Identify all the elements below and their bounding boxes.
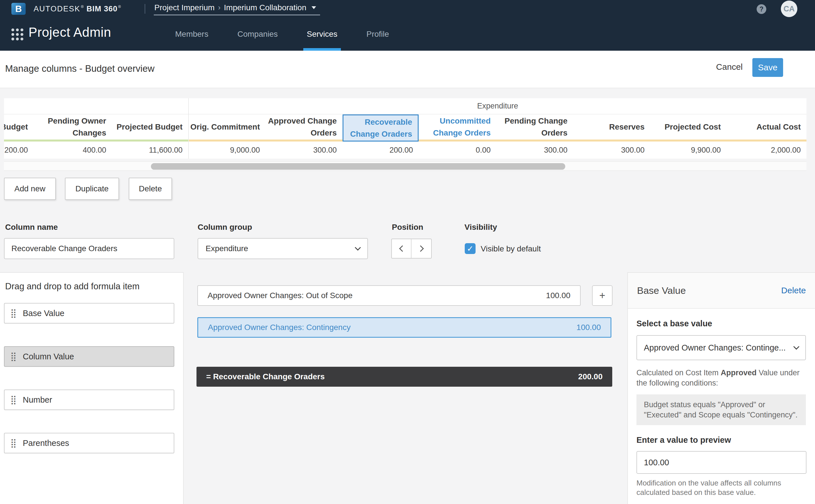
palette-item-parentheses[interactable]: ⣿ Parentheses (4, 433, 174, 453)
formula-row-out-of-scope[interactable]: Approved Owner Changes: Out of Scope 100… (197, 285, 581, 306)
column-name-input[interactable] (4, 238, 174, 259)
bim360-project-admin: B AUTODESK® BIM 360® Project Imperium › … (0, 0, 815, 504)
cell-value: 300.00 (573, 142, 650, 159)
formula-row-value: 100.00 (576, 323, 601, 332)
topbar-divider (145, 4, 145, 14)
visible-by-default-label: Visible by default (481, 244, 541, 253)
delete-button[interactable]: Delete (129, 178, 172, 200)
palette-item-column-value[interactable]: ⣿ Column Value (4, 346, 174, 367)
cell-value: 300.00 (266, 142, 343, 159)
cell-value: 11,600.00 (112, 142, 188, 159)
base-value-delete-link[interactable]: Delete (781, 286, 806, 295)
base-value-selected-option: Approved Owner Changes: Continge... (644, 343, 786, 353)
palette-item-label: Column Value (23, 352, 74, 361)
bim360-wordmark: BIM 360 (87, 5, 118, 13)
cell-value: ,200.00 (4, 142, 34, 159)
help-icon[interactable]: ? (757, 4, 766, 14)
column-header-budget[interactable]: Budget (4, 114, 34, 140)
cell-value: 400.00 (34, 142, 112, 159)
column-group-selected-value: Expenditure (206, 244, 248, 253)
chevron-down-icon (793, 343, 799, 349)
column-group-select[interactable]: Expenditure (198, 238, 368, 259)
save-button[interactable]: Save (752, 58, 783, 77)
column-header-reserves[interactable]: Reserves (573, 114, 650, 140)
table-horizontal-scrollbar-thumb[interactable] (151, 163, 565, 170)
group2-values-row: 9,000.00 300.00 200.00 0.00 300.00 300.0… (189, 142, 806, 159)
column-header-pending-change-orders[interactable]: Pending Change Orders (496, 114, 573, 140)
bim360-reg-mark: ® (118, 5, 121, 9)
preview-value-input[interactable] (636, 451, 806, 474)
base-value-description: Calculated on Cost Item Approved Value u… (636, 368, 806, 388)
position-right-button[interactable] (411, 239, 431, 258)
column-header-projected-cost[interactable]: Projected Cost (650, 114, 727, 140)
description-bold-word: Approved (721, 368, 757, 377)
group1-column-headers: Budget Pending Owner Changes Projected B… (4, 114, 188, 140)
base-value-select[interactable]: Approved Owner Changes: Continge... (636, 335, 806, 360)
bim360-logo-icon: B (11, 3, 26, 15)
drag-handle-icon: ⣿ (10, 396, 17, 404)
breadcrumb-current: Imperium Collaboration (224, 3, 306, 12)
autodesk-reg-mark: ® (81, 5, 84, 9)
page-title: Project Admin (28, 24, 111, 40)
drag-handle-icon: ⣿ (10, 309, 17, 317)
palette-item-number[interactable]: ⣿ Number (4, 390, 174, 410)
position-stepper (391, 239, 432, 259)
palette-item-label: Number (23, 395, 52, 405)
add-formula-row-button[interactable]: + (592, 285, 613, 306)
formula-result-row: = Recoverable Change Oraders 200.00 (196, 367, 612, 387)
palette-item-base-value[interactable]: ⣿ Base Value (4, 303, 174, 323)
column-header-projected-budget[interactable]: Projected Budget (112, 114, 188, 140)
group1-values-row: ,200.00 400.00 11,600.00 (4, 142, 188, 159)
tab-members[interactable]: Members (175, 18, 208, 51)
app-grid-icon[interactable] (11, 28, 23, 40)
table-group-2: Expenditure Orig. Commitment Approved Ch… (188, 98, 806, 159)
visible-by-default-checkbox[interactable]: ✓ (465, 243, 476, 254)
column-header-recoverable-change-oraders-selected[interactable]: Recoverable Change Oraders (343, 114, 419, 142)
column-header-uncommitted-change-orders[interactable]: Uncommitted Change Orders (419, 114, 496, 140)
column-header-pending-owner-changes[interactable]: Pending Owner Changes (34, 114, 112, 140)
column-header-actual-cost[interactable]: Actual Cost (726, 114, 806, 140)
base-value-title: Base Value (637, 285, 686, 296)
group1-header (4, 98, 188, 114)
manage-columns-title: Manage columns - Budget overview (5, 63, 155, 74)
column-name-label: Column name (5, 223, 58, 232)
caret-down-icon (312, 6, 316, 9)
add-new-button[interactable]: Add new (4, 178, 56, 200)
brand-text: AUTODESK® BIM 360® (34, 0, 124, 18)
group2-column-headers: Orig. Commitment Approved Change Orders … (189, 114, 806, 140)
position-label: Position (392, 223, 423, 232)
cell-value: 9,000.00 (189, 142, 266, 159)
base-value-condition-box: Budget status equals "Approved" or "Exec… (636, 394, 806, 425)
cell-value: 0.00 (419, 142, 496, 159)
palette-item-label: Parentheses (23, 439, 69, 448)
position-left-button[interactable] (392, 239, 411, 258)
avatar[interactable]: CA (781, 1, 797, 17)
cell-value: 300.00 (496, 142, 573, 159)
breadcrumb-project: Project Imperium (154, 3, 215, 12)
group2-color-bar (189, 140, 806, 142)
preview-value-label: Enter a value to preview (636, 435, 806, 445)
column-header-orig-commitment[interactable]: Orig. Commitment (189, 114, 266, 140)
page-header: Manage columns - Budget overview Cancel … (0, 51, 815, 88)
table-group-1: Budget Pending Owner Changes Projected B… (4, 98, 188, 159)
top-bar: B AUTODESK® BIM 360® Project Imperium › … (0, 0, 815, 18)
duplicate-button[interactable]: Duplicate (65, 178, 119, 200)
chevron-down-icon (355, 244, 361, 250)
budget-columns-preview-table: Budget Pending Owner Changes Projected B… (4, 98, 806, 159)
project-breadcrumb-dropdown[interactable]: Project Imperium › Imperium Collaboratio… (154, 2, 320, 15)
chevron-left-icon (399, 245, 406, 252)
palette-item-label: Base Value (23, 309, 64, 318)
table-horizontal-scrollbar-track[interactable] (4, 161, 806, 171)
cancel-button[interactable]: Cancel (716, 62, 743, 72)
base-value-panel: Base Value Delete Select a base value Ap… (627, 272, 815, 504)
column-header-approved-change-orders[interactable]: Approved Change Orders (266, 114, 343, 140)
tab-profile[interactable]: Profile (366, 18, 389, 51)
autodesk-wordmark: AUTODESK (34, 5, 80, 13)
formula-row-contingency-selected[interactable]: Approved Owner Changes: Contingency 100.… (197, 317, 611, 338)
tab-companies[interactable]: Companies (237, 18, 278, 51)
tab-services[interactable]: Services (307, 18, 337, 51)
formula-row-value: 100.00 (546, 291, 570, 300)
breadcrumb-separator: › (218, 3, 221, 12)
visibility-label: Visibility (464, 223, 497, 232)
formula-row-label: Approved Owner Changes: Out of Scope (208, 291, 353, 300)
